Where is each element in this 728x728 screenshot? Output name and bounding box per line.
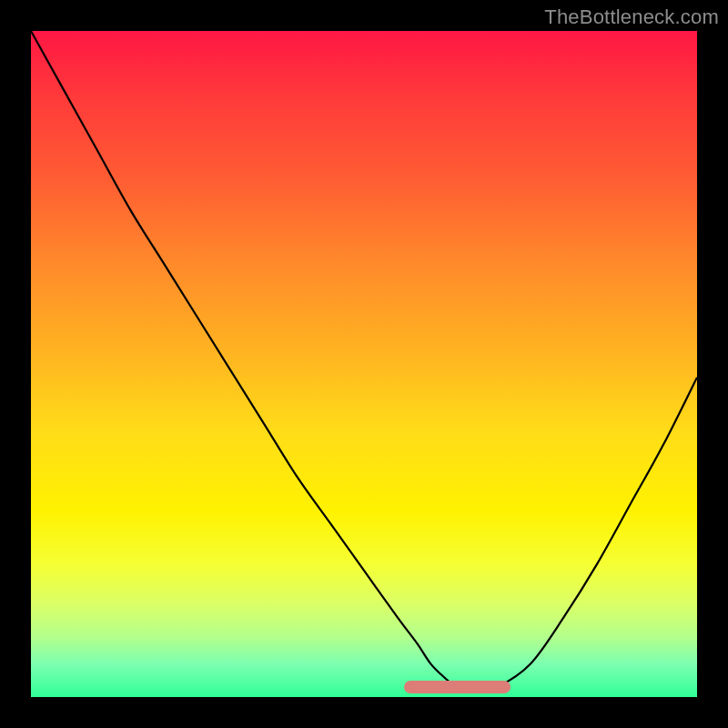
watermark-text: TheBottleneck.com: [544, 5, 719, 29]
chart-frame: TheBottleneck.com: [0, 0, 728, 728]
curve-layer: [31, 31, 697, 697]
plot-area: [31, 31, 697, 697]
bottleneck-curve: [31, 31, 697, 691]
optimal-band: [404, 681, 511, 693]
